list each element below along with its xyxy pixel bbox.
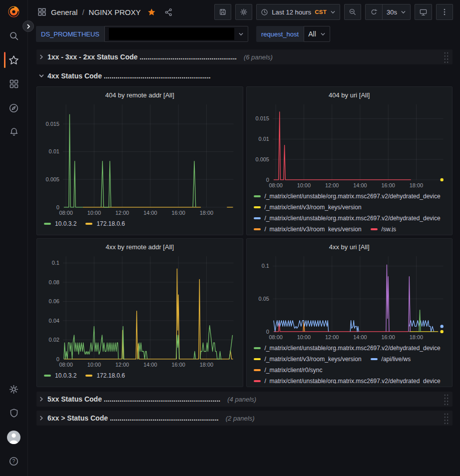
legend-item[interactable]: /_matrix/client/v3/room_keys/version xyxy=(254,224,362,232)
row-title: 1xx - 3xx - 2xx Status Code xyxy=(47,53,138,61)
timeseries-chart: 00.0050.010.01508:0010:0012:0014:0016:00… xyxy=(251,101,449,190)
svg-text:18:00: 18:00 xyxy=(200,362,213,368)
panel-title[interactable]: 4xx by uri [All] xyxy=(251,241,449,253)
panel-title[interactable]: 4xx by remote addr [All] xyxy=(41,241,239,253)
time-range-picker[interactable]: Last 12 hours CST xyxy=(256,4,340,20)
series-color-swatch xyxy=(254,358,261,360)
gear-icon xyxy=(240,8,248,16)
series-label: /_matrix/client/v3/room_keys/version xyxy=(265,226,362,232)
sidebar-item-dashboards[interactable] xyxy=(0,72,28,96)
legend-item[interactable]: /_matrix/client/unstable/org.matrix.msc2… xyxy=(254,191,441,202)
chevron-down-icon xyxy=(238,31,244,37)
legend-item[interactable]: /_matrix/client/v3/room_keys/version xyxy=(254,202,362,213)
favorite-star-button[interactable] xyxy=(145,6,158,18)
row-drag-handle[interactable] xyxy=(443,51,449,63)
refresh-interval-dropdown[interactable]: 30s xyxy=(382,4,411,20)
svg-text:0.08: 0.08 xyxy=(49,279,59,285)
sidebar-item-explore[interactable] xyxy=(0,96,28,120)
shield-icon xyxy=(9,408,19,418)
breadcrumb-separator: / xyxy=(82,8,84,16)
row-drag-handle[interactable] xyxy=(443,412,449,424)
panel-title[interactable]: 404 by uri [All] xyxy=(251,89,449,101)
variable-value: All xyxy=(308,30,316,38)
row-6xx[interactable]: 6xx > Status Code ......................… xyxy=(36,411,453,426)
legend-item[interactable]: /_matrix/client/v3/room_keys/version xyxy=(254,354,362,365)
variable-select-ds-prometheus[interactable] xyxy=(104,26,248,42)
grafana-logo-icon[interactable] xyxy=(6,4,21,19)
chevron-down-icon xyxy=(330,9,336,15)
legend-item[interactable]: 172.18.0.6 xyxy=(85,218,125,229)
sidebar-item-server-admin[interactable] xyxy=(0,401,28,425)
variable-select-request-host[interactable]: All xyxy=(304,26,330,42)
series-color-swatch xyxy=(85,375,92,377)
legend-item[interactable]: /sw.js xyxy=(371,224,396,232)
row-title: 4xx Status Code xyxy=(47,72,102,80)
legend-item[interactable]: /_matrix/client/unstable/org.matrix.msc2… xyxy=(254,343,441,354)
series-color-swatch xyxy=(371,228,378,230)
legend-item[interactable]: /_matrix/client/unstable/org.matrix.msc2… xyxy=(254,376,441,384)
share-icon xyxy=(164,8,173,16)
svg-text:10:00: 10:00 xyxy=(297,182,310,188)
series-label: 10.0.3.2 xyxy=(55,372,76,379)
refresh-button[interactable] xyxy=(365,4,382,20)
panel-404-by-remote-addr: 404 by remote addr [All] 00.0050.010.015… xyxy=(36,86,243,235)
series-label: 10.0.3.2 xyxy=(55,220,76,227)
sidebar-item-help[interactable]: ? xyxy=(0,449,28,473)
sidebar-item-alerting[interactable] xyxy=(0,120,28,144)
svg-text:0.015: 0.015 xyxy=(255,115,269,121)
dashboard-settings-button[interactable] xyxy=(235,4,252,20)
legend-item[interactable]: 172.18.0.6 xyxy=(85,370,125,381)
row-1xx-3xx-2xx[interactable]: 1xx - 3xx - 2xx Status Code ............… xyxy=(36,49,453,64)
svg-text:0: 0 xyxy=(56,356,59,362)
panel-title[interactable]: 404 by remote addr [All] xyxy=(41,89,239,101)
svg-text:10:00: 10:00 xyxy=(87,210,101,216)
series-color-swatch xyxy=(254,195,261,197)
legend-item[interactable]: 10.0.3.2 xyxy=(44,370,76,381)
legend-item[interactable]: /api/live/ws xyxy=(371,354,411,365)
row-title-dots: ........................................… xyxy=(139,53,236,61)
svg-text:08:00: 08:00 xyxy=(269,334,282,340)
svg-text:14:00: 14:00 xyxy=(143,362,157,368)
legend-item[interactable]: 10.0.3.2 xyxy=(44,218,76,229)
row-drag-handle[interactable] xyxy=(443,393,449,405)
svg-text:0.04: 0.04 xyxy=(49,318,59,324)
panels-grid: 404 by remote addr [All] 00.0050.010.015… xyxy=(36,86,453,387)
gear-icon xyxy=(8,384,19,395)
series-color-swatch xyxy=(85,223,92,225)
series-color-swatch xyxy=(254,206,261,208)
save-dashboard-button[interactable] xyxy=(214,4,231,20)
active-indicator xyxy=(4,52,5,68)
sidebar: ? xyxy=(0,0,28,476)
save-icon xyxy=(219,8,227,16)
sidebar-item-profile[interactable] xyxy=(0,425,28,449)
sidebar-bottom: ? xyxy=(0,377,28,476)
breadcrumb-dashboard-title[interactable]: NGINX PROXY xyxy=(89,8,141,16)
navbar-actions: Last 12 hours CST 30s xyxy=(214,4,453,20)
svg-text:18:00: 18:00 xyxy=(409,182,423,188)
kebab-menu-button[interactable] xyxy=(436,4,453,20)
variable-label-ds-prometheus: DS_PROMETHEUS xyxy=(36,26,104,42)
svg-text:0: 0 xyxy=(266,329,269,335)
chevron-right-icon xyxy=(38,396,44,402)
sidebar-expand-button[interactable] xyxy=(22,20,34,32)
cycle-view-mode-button[interactable] xyxy=(415,4,432,20)
dashboard-grid-icon xyxy=(37,7,46,16)
breadcrumb-folder[interactable]: General xyxy=(51,8,77,16)
svg-text:12:00: 12:00 xyxy=(115,210,129,216)
svg-text:0: 0 xyxy=(266,177,269,183)
breadcrumb: General / NGINX PROXY xyxy=(37,6,175,18)
row-4xx[interactable]: 4xx Status Code ........................… xyxy=(36,68,453,83)
svg-text:0.05: 0.05 xyxy=(258,296,269,302)
legend-item[interactable]: /_matrix/client/r0/sync xyxy=(254,365,323,376)
chevron-down-icon xyxy=(38,73,44,79)
chevron-down-icon xyxy=(401,9,406,15)
sidebar-item-starred[interactable] xyxy=(0,48,28,72)
share-button[interactable] xyxy=(162,6,175,18)
legend-item[interactable]: /_matrix/client/unstable/org.matrix.msc2… xyxy=(254,213,441,224)
series-label: 172.18.0.6 xyxy=(96,220,125,227)
row-5xx[interactable]: 5xx Status Code ........................… xyxy=(36,392,453,407)
variables-bar: DS_PROMETHEUS request_host All xyxy=(28,24,460,46)
sidebar-item-configuration[interactable] xyxy=(0,377,28,401)
zoom-out-time-button[interactable] xyxy=(344,4,361,20)
svg-text:14:00: 14:00 xyxy=(353,182,367,188)
